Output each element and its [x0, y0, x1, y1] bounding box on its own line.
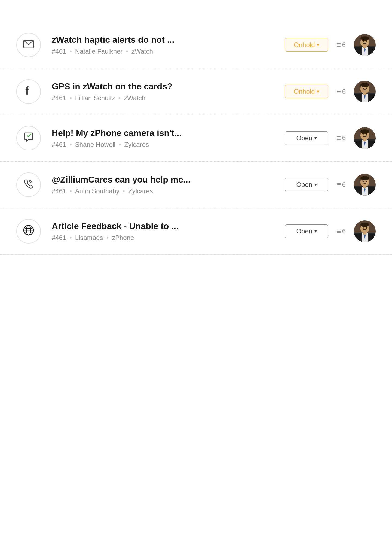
- ticket-title: GPS in zWatch on the cards?: [52, 81, 274, 92]
- svg-point-38: [363, 136, 366, 137]
- status-button[interactable]: Open ▾: [285, 224, 328, 238]
- ticket-product: Zylcares: [128, 187, 153, 195]
- status-button[interactable]: Open ▾: [285, 178, 328, 191]
- svg-point-67: [363, 229, 366, 230]
- ticket-contact: Natalie Faulkner: [75, 48, 123, 55]
- dropdown-arrow-icon: ▾: [314, 135, 317, 141]
- priority-count: 6: [342, 88, 346, 95]
- ticket-item[interactable]: f GPS in zWatch on the cards? #461 • Lil…: [0, 68, 392, 115]
- facebook-icon: f: [25, 85, 32, 98]
- svg-point-25: [363, 89, 366, 90]
- dot-separator: •: [69, 48, 72, 55]
- status-button[interactable]: Open ▾: [285, 131, 328, 145]
- chat-icon: [23, 131, 34, 145]
- ticket-meta: #461 • Autin Southaby • Zylcares: [52, 187, 274, 195]
- svg-point-11: [363, 43, 366, 44]
- ticket-item[interactable]: zWatch haptic alerts do not ... #461 • N…: [0, 22, 392, 68]
- svg-point-53: [366, 181, 367, 182]
- priority-count: 6: [342, 227, 346, 235]
- status-label: Onhold: [294, 88, 315, 95]
- dropdown-arrow-icon: ▾: [314, 182, 317, 188]
- dot-separator: •: [69, 234, 72, 242]
- svg-point-37: [360, 129, 369, 134]
- ticket-product: zPhone: [112, 234, 134, 242]
- lines-icon: ≡: [336, 227, 341, 236]
- ticket-number: #461: [52, 234, 66, 242]
- dot-separator: •: [118, 94, 121, 102]
- ticket-number: #461: [52, 187, 66, 195]
- priority-icon: ≡ 6: [336, 180, 346, 189]
- dot-separator: •: [126, 48, 128, 55]
- priority-icon: ≡ 6: [336, 87, 346, 96]
- priority-count: 6: [342, 41, 346, 49]
- status-button[interactable]: Onhold ▾: [285, 85, 328, 98]
- dropdown-arrow-icon: ▾: [317, 89, 319, 95]
- ticket-title: Help! My zPhone camera isn't...: [52, 128, 274, 138]
- ticket-info: Help! My zPhone camera isn't... #461 • S…: [52, 128, 274, 148]
- priority-icon: ≡ 6: [336, 227, 346, 236]
- lines-icon: ≡: [336, 41, 341, 49]
- svg-point-26: [363, 88, 364, 89]
- ticket-info: @ZilliumCares can you help me... #461 • …: [52, 175, 274, 195]
- ticket-product: zWatch: [131, 48, 153, 55]
- status-button[interactable]: Onhold ▾: [285, 38, 328, 52]
- priority-count: 6: [342, 134, 346, 142]
- ticket-item[interactable]: Help! My zPhone camera isn't... #461 • S…: [0, 115, 392, 162]
- ticket-product: Zylcares: [124, 141, 149, 148]
- status-label: Open: [296, 134, 312, 142]
- svg-point-39: [363, 134, 364, 136]
- svg-point-69: [366, 227, 367, 229]
- ticket-actions: Open ▾ ≡ 6: [285, 174, 376, 196]
- channel-icon-wrapper: [16, 126, 41, 150]
- ticket-meta: #461 • Shane Howell • Zylcares: [52, 141, 274, 148]
- svg-point-12: [363, 41, 364, 42]
- svg-point-24: [360, 83, 369, 87]
- ticket-title: @ZilliumCares can you help me...: [52, 175, 274, 185]
- ticket-item[interactable]: @ZilliumCares can you help me... #461 • …: [0, 162, 392, 208]
- ticket-contact: Lisamags: [75, 234, 103, 242]
- lines-icon: ≡: [336, 87, 341, 96]
- priority-icon: ≡ 6: [336, 41, 346, 49]
- ticket-number: #461: [52, 141, 66, 148]
- lines-icon: ≡: [336, 180, 341, 189]
- dot-separator: •: [123, 187, 125, 195]
- ticket-actions: Onhold ▾ ≡ 6: [285, 81, 376, 102]
- svg-point-40: [366, 134, 367, 136]
- channel-icon-wrapper: [16, 172, 41, 197]
- dropdown-arrow-icon: ▾: [317, 42, 319, 48]
- phone-icon: [23, 178, 34, 191]
- svg-point-51: [363, 183, 366, 184]
- ticket-info: GPS in zWatch on the cards? #461 • Lilli…: [52, 81, 274, 102]
- ticket-info: zWatch haptic alerts do not ... #461 • N…: [52, 35, 274, 55]
- channel-icon-wrapper: [16, 33, 41, 57]
- priority-count: 6: [342, 181, 346, 189]
- svg-point-50: [360, 176, 369, 180]
- ticket-product: zWatch: [124, 94, 145, 102]
- status-label: Onhold: [294, 41, 315, 49]
- ticket-meta: #461 • Lisamags • zPhone: [52, 234, 274, 242]
- svg-point-10: [360, 36, 369, 41]
- ticket-contact: Shane Howell: [75, 141, 115, 148]
- svg-text:f: f: [25, 85, 29, 96]
- dropdown-arrow-icon: ▾: [314, 228, 317, 234]
- ticket-number: #461: [52, 94, 66, 102]
- ticket-meta: #461 • Natalie Faulkner • zWatch: [52, 48, 274, 55]
- ticket-info: Article Feedback - Unable to ... #461 • …: [52, 221, 274, 242]
- status-label: Open: [296, 181, 312, 189]
- ticket-number: #461: [52, 48, 66, 55]
- avatar: [354, 81, 376, 102]
- lines-icon: ≡: [336, 134, 341, 142]
- svg-point-66: [360, 223, 369, 227]
- ticket-list: zWatch haptic alerts do not ... #461 • N…: [0, 0, 392, 276]
- ticket-meta: #461 • Lillian Schultz • zWatch: [52, 94, 274, 102]
- svg-point-13: [366, 41, 367, 42]
- email-icon: [23, 39, 34, 51]
- channel-icon-wrapper: [16, 219, 41, 244]
- ticket-item[interactable]: Article Feedback - Unable to ... #461 • …: [0, 208, 392, 255]
- ticket-title: Article Feedback - Unable to ...: [52, 221, 274, 231]
- avatar: [354, 127, 376, 149]
- dot-separator: •: [69, 141, 72, 148]
- priority-icon: ≡ 6: [336, 134, 346, 142]
- avatar: [354, 220, 376, 242]
- svg-point-68: [363, 227, 364, 229]
